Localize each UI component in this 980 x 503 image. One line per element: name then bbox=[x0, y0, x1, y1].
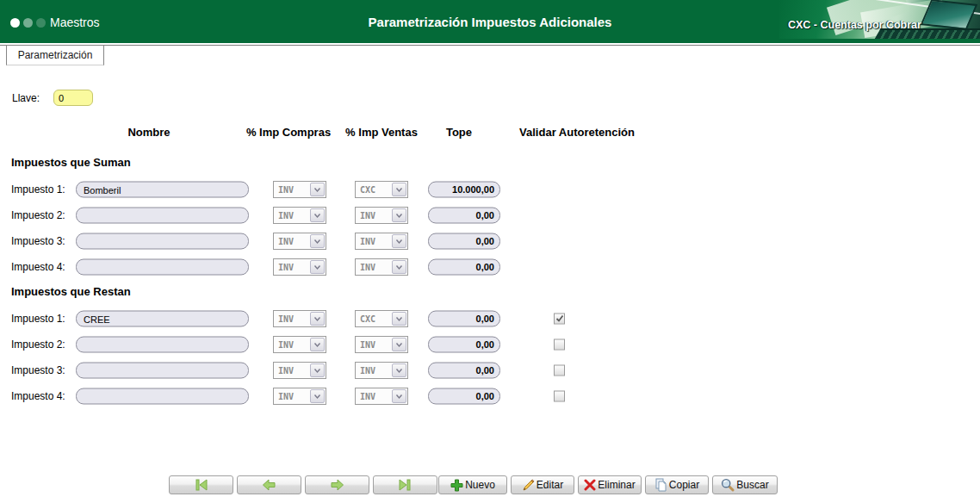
editar-button[interactable]: Editar bbox=[511, 475, 574, 494]
imp-compras-dropdown[interactable]: INV bbox=[273, 233, 326, 250]
impuesto-row: Impuesto 3: INV INV 0,00 bbox=[0, 228, 980, 254]
last-record-button[interactable] bbox=[373, 475, 437, 494]
imp-compras-dropdown[interactable]: INV bbox=[273, 181, 326, 198]
chevron-down-icon[interactable] bbox=[392, 363, 406, 377]
next-record-button[interactable] bbox=[305, 475, 369, 494]
impuesto-row: Impuesto 1: INV CXC 10.000,00 bbox=[0, 177, 980, 202]
imp-compras-value: INV bbox=[275, 366, 294, 376]
chevron-down-icon[interactable] bbox=[310, 208, 325, 222]
imp-ventas-dropdown[interactable]: INV bbox=[355, 362, 408, 379]
chevron-down-icon[interactable] bbox=[392, 208, 406, 222]
imp-compras-dropdown[interactable]: INV bbox=[273, 388, 326, 405]
imp-compras-value: INV bbox=[275, 237, 294, 246]
impuesto-row-label: Impuesto 4: bbox=[11, 390, 65, 402]
imp-compras-dropdown[interactable]: INV bbox=[273, 207, 326, 224]
chevron-down-icon[interactable] bbox=[310, 312, 325, 326]
first-record-button[interactable] bbox=[169, 475, 233, 494]
tope-field[interactable]: 0,00 bbox=[428, 208, 500, 224]
impuesto-row: Impuesto 4: INV INV 0,00 bbox=[0, 254, 980, 280]
previous-record-icon bbox=[262, 479, 276, 491]
copiar-button[interactable]: Copiar bbox=[645, 475, 709, 494]
validar-checkbox[interactable] bbox=[554, 314, 565, 325]
imp-ventas-dropdown[interactable]: CXC bbox=[355, 181, 408, 198]
imp-ventas-dropdown[interactable]: INV bbox=[355, 207, 408, 224]
chevron-down-icon[interactable] bbox=[392, 338, 406, 351]
imp-ventas-dropdown[interactable]: INV bbox=[355, 336, 408, 353]
imp-ventas-dropdown[interactable]: CXC bbox=[355, 310, 408, 327]
validar-checkbox[interactable] bbox=[554, 339, 565, 351]
imp-ventas-dropdown[interactable]: INV bbox=[355, 258, 408, 276]
imp-compras-value: INV bbox=[275, 392, 294, 401]
tope-field[interactable]: 0,00 bbox=[428, 363, 500, 379]
buscar-button[interactable]: Buscar bbox=[712, 475, 778, 494]
red-x-icon bbox=[584, 479, 596, 491]
module-label: CXC - Cuentas por Cobrar bbox=[788, 19, 921, 31]
imp-ventas-dropdown[interactable]: INV bbox=[355, 388, 408, 405]
nombre-input[interactable] bbox=[76, 208, 249, 224]
app-header: Maestros Parametrización Impuestos Adici… bbox=[0, 0, 980, 43]
editar-button-label: Editar bbox=[537, 479, 563, 491]
chevron-down-icon[interactable] bbox=[392, 312, 406, 326]
eliminar-button[interactable]: Eliminar bbox=[578, 475, 642, 494]
nombre-input[interactable] bbox=[76, 337, 249, 353]
imp-compras-dropdown[interactable]: INV bbox=[273, 310, 326, 327]
imp-compras-dropdown[interactable]: INV bbox=[273, 362, 326, 379]
validar-checkbox[interactable] bbox=[554, 391, 565, 402]
nombre-input[interactable] bbox=[76, 311, 249, 327]
chevron-down-icon[interactable] bbox=[310, 338, 325, 351]
validar-checkbox[interactable] bbox=[554, 365, 565, 376]
chevron-down-icon[interactable] bbox=[310, 389, 325, 403]
chevron-down-icon[interactable] bbox=[310, 260, 325, 274]
nombre-input[interactable] bbox=[76, 388, 249, 405]
impuesto-row: Impuesto 2: INV INV 0,00 bbox=[0, 332, 980, 357]
imp-compras-dropdown[interactable]: INV bbox=[273, 336, 326, 353]
chevron-down-icon[interactable] bbox=[310, 234, 325, 248]
nuevo-button[interactable]: Nuevo bbox=[438, 475, 507, 494]
tope-field[interactable]: 10.000,00 bbox=[428, 182, 500, 198]
previous-record-button[interactable] bbox=[237, 475, 301, 494]
section-title: Impuestos que Suman bbox=[0, 151, 980, 177]
tope-field[interactable]: 0,00 bbox=[428, 311, 500, 327]
chevron-down-icon[interactable] bbox=[392, 260, 406, 274]
imp-compras-value: INV bbox=[275, 314, 294, 324]
nuevo-button-label: Nuevo bbox=[465, 479, 495, 491]
nombre-input[interactable] bbox=[76, 233, 249, 250]
copy-page-icon bbox=[654, 478, 667, 492]
nombre-input[interactable] bbox=[76, 182, 249, 198]
imp-ventas-dropdown[interactable]: INV bbox=[355, 233, 408, 250]
pencil-icon bbox=[522, 479, 535, 492]
impuesto-row-label: Impuesto 3: bbox=[11, 235, 65, 247]
imp-ventas-value: INV bbox=[357, 392, 375, 401]
tope-field[interactable]: 0,00 bbox=[428, 233, 500, 250]
nombre-input[interactable] bbox=[76, 363, 249, 379]
impuesto-row-label: Impuesto 2: bbox=[11, 209, 65, 221]
tope-field[interactable]: 0,00 bbox=[428, 337, 500, 353]
buscar-button-label: Buscar bbox=[736, 479, 768, 491]
llave-input[interactable] bbox=[53, 90, 93, 106]
chevron-down-icon[interactable] bbox=[310, 183, 325, 196]
tope-field[interactable]: 0,00 bbox=[428, 259, 500, 276]
next-record-icon bbox=[330, 479, 344, 491]
impuesto-row: Impuesto 2: INV INV 0,00 bbox=[0, 202, 980, 228]
nombre-input[interactable] bbox=[76, 259, 249, 276]
section-title: Impuestos que Restan bbox=[0, 280, 980, 306]
eliminar-button-label: Eliminar bbox=[598, 479, 635, 491]
chevron-down-icon[interactable] bbox=[392, 234, 406, 248]
impuestos-form: Impuestos que Suman Impuesto 1: INV CXC … bbox=[0, 151, 980, 409]
tope-field[interactable]: 0,00 bbox=[428, 388, 500, 405]
chevron-down-icon[interactable] bbox=[392, 389, 406, 403]
plus-icon bbox=[450, 479, 463, 492]
tab-parametrizacion[interactable]: Parametrización bbox=[6, 45, 104, 65]
column-header-imp-compras: % Imp Compras bbox=[237, 126, 340, 139]
imp-ventas-value: INV bbox=[357, 211, 375, 220]
imp-ventas-value: INV bbox=[357, 263, 375, 272]
chevron-down-icon[interactable] bbox=[310, 363, 325, 377]
imp-compras-value: INV bbox=[275, 340, 294, 350]
impuesto-row-label: Impuesto 1: bbox=[11, 313, 65, 325]
imp-ventas-value: INV bbox=[357, 237, 375, 246]
imp-compras-dropdown[interactable]: INV bbox=[273, 258, 326, 276]
impuesto-row-label: Impuesto 2: bbox=[11, 338, 65, 351]
chevron-down-icon[interactable] bbox=[392, 183, 406, 196]
imp-compras-value: INV bbox=[275, 263, 294, 272]
copiar-button-label: Copiar bbox=[669, 479, 699, 491]
